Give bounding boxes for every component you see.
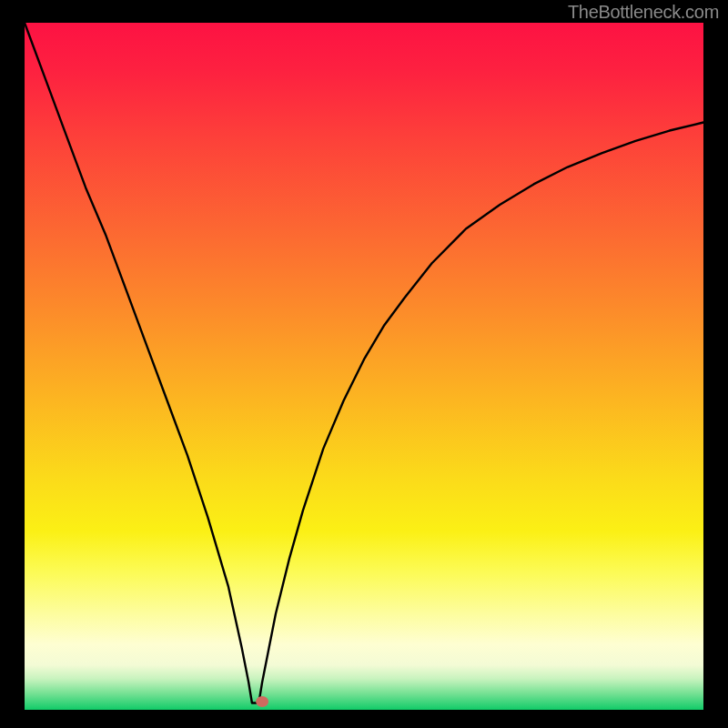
bottleneck-chart (0, 0, 728, 728)
chart-background-gradient (25, 23, 703, 710)
chart-container: TheBottleneck.com (0, 0, 728, 728)
attribution-label: TheBottleneck.com (568, 2, 719, 23)
optimal-point-marker (256, 696, 268, 707)
